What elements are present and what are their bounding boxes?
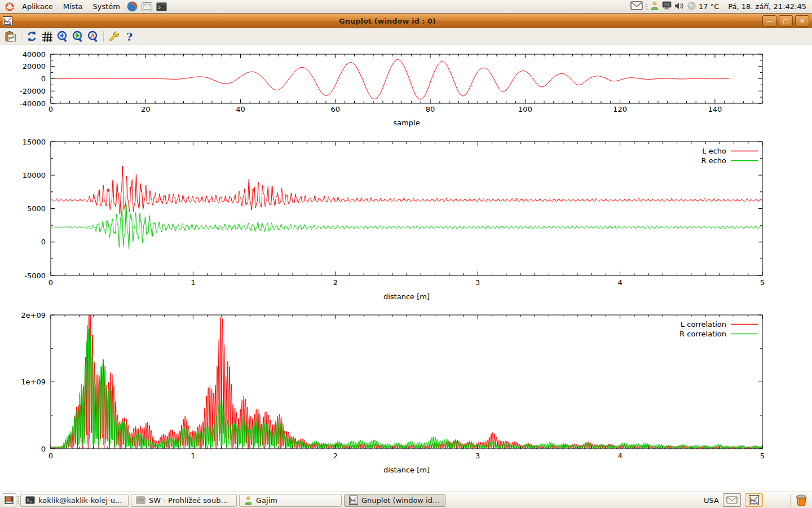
svg-text:L echo: L echo <box>702 147 726 155</box>
svg-text:0: 0 <box>48 105 53 113</box>
menu-applications[interactable]: Aplikace <box>17 1 58 12</box>
svg-text:1: 1 <box>191 278 195 287</box>
svg-text:-40000: -40000 <box>20 99 46 108</box>
toolbar-separator <box>103 31 104 42</box>
maximize-button[interactable]: ▢ <box>779 15 793 27</box>
clock[interactable]: Pá, 18. září, 21:42:45 <box>728 2 806 11</box>
gnuplot-toolbar: ? <box>0 28 812 45</box>
svg-text:sample: sample <box>393 119 420 127</box>
svg-text:-5000: -5000 <box>24 271 46 280</box>
ubuntu-logo-icon[interactable] <box>4 1 15 12</box>
top-panel: Aplikace Místa Systém 17 °C Pá, <box>0 0 812 14</box>
gnuplot-tray-icon[interactable] <box>745 493 763 507</box>
svg-text:2e+09: 2e+09 <box>21 311 46 319</box>
svg-text:distance [m]: distance [m] <box>383 466 430 474</box>
task-label: kaklik@kaklik-kolej-u... <box>38 496 122 505</box>
window-title: Gnuplot (window id : 0) <box>12 17 762 25</box>
firefox-icon[interactable] <box>127 1 138 12</box>
svg-text:1: 1 <box>191 452 195 460</box>
grid-button[interactable] <box>39 29 55 44</box>
plot-canvas: 020406080100120140-40000-200000200004000… <box>0 45 812 492</box>
task-label: Gnuplot (window id : 0) <box>361 496 440 505</box>
taskbar-tray: USA <box>704 493 810 507</box>
svg-text:40000: 40000 <box>23 50 46 59</box>
panel-tray: 17 °C Pá, 18. září, 21:42:45 <box>630 1 812 12</box>
volume-icon[interactable] <box>674 2 685 12</box>
taskbar-item-gnuplot[interactable]: Gnuplot (window id : 0) <box>344 494 445 507</box>
tray-separator <box>646 3 647 11</box>
terminal-launcher-icon[interactable] <box>156 1 167 12</box>
svg-text:5: 5 <box>760 278 765 287</box>
taskbar-item-file-manager[interactable]: SW - Prohlížeč souborů <box>131 494 237 507</box>
weather-icon[interactable] <box>687 2 696 12</box>
svg-text:15000: 15000 <box>23 138 46 146</box>
window-titlebar[interactable]: Gnuplot (window id : 0) — ▢ ✕ <box>0 14 812 28</box>
close-button[interactable]: ✕ <box>795 15 809 27</box>
task-label: Gajim <box>256 496 277 505</box>
svg-text:80: 80 <box>426 105 435 113</box>
svg-text:R correlation: R correlation <box>679 330 726 338</box>
svg-text:4: 4 <box>617 278 622 287</box>
svg-text:2: 2 <box>333 278 338 287</box>
svg-text:0: 0 <box>48 452 53 460</box>
svg-text:-20000: -20000 <box>20 87 46 95</box>
task-label: SW - Prohlížeč souborů <box>149 496 232 505</box>
mail-tray-icon[interactable] <box>723 493 741 507</box>
svg-text:1e+09: 1e+09 <box>21 378 46 386</box>
temperature-label[interactable]: 17 °C <box>699 2 719 11</box>
svg-text:3: 3 <box>475 452 480 460</box>
zoom-previous-button[interactable] <box>55 29 70 44</box>
svg-text:100: 100 <box>518 105 532 113</box>
svg-text:distance [m]: distance [m] <box>383 292 430 301</box>
taskbar-item-terminal[interactable]: kaklik@kaklik-kolej-u... <box>20 494 129 507</box>
svg-text:0: 0 <box>41 238 46 246</box>
svg-text:L correlation: L correlation <box>681 320 726 329</box>
svg-text:0: 0 <box>41 75 46 83</box>
copy-to-clipboard-button[interactable] <box>3 29 18 44</box>
autoscale-button[interactable] <box>85 29 100 44</box>
svg-text:0: 0 <box>48 278 53 287</box>
svg-text:5: 5 <box>760 452 765 460</box>
show-desktop-button[interactable] <box>2 493 16 507</box>
svg-text:0: 0 <box>41 445 46 453</box>
svg-text:5000: 5000 <box>27 204 46 213</box>
svg-text:10000: 10000 <box>23 171 46 179</box>
minimize-button[interactable]: — <box>762 15 776 27</box>
svg-text:120: 120 <box>613 105 627 113</box>
svg-text:60: 60 <box>331 105 341 113</box>
svg-text:20000: 20000 <box>23 62 46 71</box>
settings-button[interactable] <box>107 29 122 44</box>
menu-places[interactable]: Místa <box>58 1 88 12</box>
gajim-status-icon[interactable] <box>650 1 659 12</box>
bottom-taskbar: kaklik@kaklik-kolej-u... SW - Prohlížeč … <box>0 492 812 508</box>
svg-text:R echo: R echo <box>701 156 726 165</box>
mail-notify-icon[interactable] <box>630 1 643 12</box>
svg-text:40: 40 <box>236 105 245 113</box>
replot-button[interactable] <box>24 29 39 44</box>
taskbar-item-gajim[interactable]: Gajim <box>239 494 342 507</box>
monitor-icon[interactable] <box>662 1 672 12</box>
svg-text:2: 2 <box>333 452 338 460</box>
menu-system[interactable]: Systém <box>87 1 125 12</box>
svg-text:20: 20 <box>141 105 151 113</box>
help-button[interactable]: ? <box>122 29 137 44</box>
gnuplot-charts: 020406080100120140-40000-200000200004000… <box>0 45 812 492</box>
trash-icon[interactable] <box>795 493 808 507</box>
zoom-next-button[interactable] <box>70 29 85 44</box>
mail-launcher-icon[interactable] <box>142 1 153 12</box>
svg-text:3: 3 <box>475 278 480 287</box>
svg-text:4: 4 <box>617 452 622 460</box>
panel-menus: Aplikace Místa Systém <box>0 1 169 12</box>
keyboard-layout-indicator[interactable]: USA <box>704 496 719 505</box>
taskbar-separator <box>17 496 19 504</box>
gnuplot-window-icon <box>3 16 12 26</box>
tray-divider <box>790 494 791 506</box>
toolbar-separator <box>21 31 21 42</box>
svg-text:140: 140 <box>708 105 722 113</box>
